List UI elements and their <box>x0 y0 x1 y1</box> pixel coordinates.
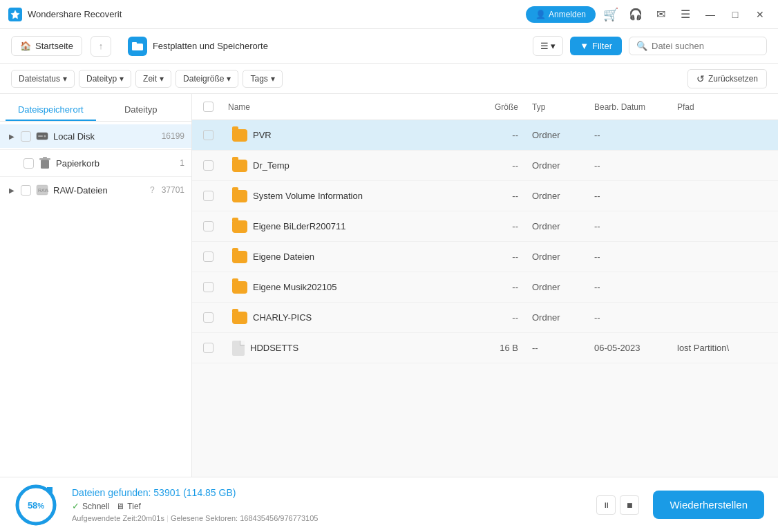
row-checkbox[interactable] <box>203 343 214 353</box>
table-row[interactable]: HDDSETTS 16 B -- 06-05-2023 lost Partiti… <box>192 333 778 363</box>
filterbar: Dateistatus ▾ Dateityp ▾ Zeit ▾ Dateigrö… <box>0 64 778 94</box>
search-box[interactable]: 🔍 <box>629 37 767 55</box>
file-size-cell: 16 B <box>470 343 532 353</box>
filelist-body: PVR -- Ordner -- Dr_Temp -- Ordner -- <box>192 120 778 477</box>
column-path: Pfad <box>677 102 767 112</box>
column-size: Größe <box>470 102 532 112</box>
minimize-button[interactable]: — <box>701 5 720 24</box>
table-row[interactable]: Eigene BiLderR200711 -- Ordner -- <box>192 211 778 242</box>
tab-dateispeicherort-label: Dateispeicherort <box>18 104 84 115</box>
help-icon[interactable]: ? <box>150 185 155 195</box>
row-checkbox[interactable] <box>203 160 214 171</box>
stop-button[interactable]: ⏹ <box>620 495 639 515</box>
sidebar-item-papierkorb[interactable]: Papierkorb 1 <box>0 151 191 175</box>
filter-zeit[interactable]: Zeit ▾ <box>135 70 171 88</box>
filter-dateistatus-label: Dateistatus <box>19 74 60 84</box>
sidebar: Dateispeicherort Dateityp ▶ Local Disk <box>0 94 192 477</box>
folder-icon <box>232 220 247 233</box>
close-button[interactable]: ✕ <box>750 5 770 24</box>
file-size-cell: -- <box>470 221 532 231</box>
hdd-icon <box>35 129 49 143</box>
scan-deep-option[interactable]: 🖥 Tief <box>116 502 141 511</box>
headset-icon[interactable]: 🎧 <box>626 5 645 24</box>
navbar: 🏠 Startseite ↑ Festplatten und Speichero… <box>0 29 778 64</box>
location-icon <box>128 37 147 56</box>
table-row[interactable]: System Volume Information -- Ordner -- <box>192 181 778 211</box>
checkbox-raw[interactable] <box>21 185 31 196</box>
file-size-cell: -- <box>470 191 532 201</box>
menu-lines-icon[interactable]: ☰ <box>676 5 695 24</box>
select-all-checkbox[interactable] <box>203 102 214 112</box>
file-name-text: Eigene Musik202105 <box>253 282 336 292</box>
checkbox-papierkorb[interactable] <box>23 158 34 169</box>
view-menu-button[interactable]: ☰ ▾ <box>533 36 563 56</box>
papierkorb-label: Papierkorb <box>56 158 175 169</box>
current-location: Festplatten und Speicherorte <box>120 32 276 60</box>
sidebar-item-raw[interactable]: ▶ RAW RAW-Dateien ? 37701 <box>0 178 191 202</box>
file-type-cell: Ordner <box>532 160 594 171</box>
sidebar-item-localdisk[interactable]: ▶ Local Disk 16199 <box>0 124 191 148</box>
files-found-prefix: Dateien gefunden: <box>72 487 153 498</box>
check-icon: ✓ <box>72 501 79 511</box>
table-row[interactable]: PVR -- Ordner -- <box>192 120 778 151</box>
row-checkbox[interactable] <box>203 191 214 201</box>
table-row[interactable]: Eigene Musik202105 -- Ordner -- <box>192 272 778 303</box>
scan-controls: ⏸ ⏹ <box>596 495 639 515</box>
signin-button[interactable]: 👤 Anmelden <box>526 6 596 23</box>
files-found-size: (114.85 GB) <box>183 487 236 498</box>
files-found-count: 53901 <box>153 487 180 498</box>
row-checkbox[interactable] <box>203 282 214 292</box>
search-input[interactable] <box>652 41 759 51</box>
table-row[interactable]: Dr_Temp -- Ordner -- <box>192 151 778 181</box>
folder-icon <box>232 129 247 142</box>
row-checkbox[interactable] <box>203 251 214 262</box>
row-checkbox[interactable] <box>203 312 214 323</box>
file-name-cell: System Volume Information <box>228 190 470 202</box>
file-name-text: CHARLY-PICS <box>253 312 312 323</box>
filter-dateityp[interactable]: Dateityp ▾ <box>79 70 131 88</box>
file-date-cell: -- <box>594 312 677 323</box>
reset-button[interactable]: ↺ Zurücksetzen <box>687 69 767 88</box>
pause-button[interactable]: ⏸ <box>596 495 616 515</box>
progress-unit: % <box>37 501 44 509</box>
scan-status: Aufgewendete Zeit:20m01s | Gelesene Sekt… <box>72 514 582 522</box>
mail-icon[interactable]: ✉ <box>651 5 670 24</box>
folder-icon <box>232 190 247 202</box>
maximize-button[interactable]: □ <box>725 5 745 24</box>
tab-dateityp-label: Dateityp <box>124 104 158 115</box>
row-checkbox[interactable] <box>203 130 214 140</box>
filter-dateigroesse[interactable]: Dateigröße ▾ <box>175 70 238 88</box>
tab-dateityp[interactable]: Dateityp <box>96 99 187 121</box>
home-icon: 🏠 <box>20 41 31 51</box>
home-button[interactable]: 🏠 Startseite <box>11 36 82 56</box>
scan-quick-option[interactable]: ✓ Schnell <box>72 501 109 511</box>
file-name-cell: CHARLY-PICS <box>228 312 470 324</box>
tab-dateispeicherort[interactable]: Dateispeicherort <box>6 99 96 121</box>
filter-tags[interactable]: Tags ▾ <box>243 70 282 88</box>
papierkorb-count: 1 <box>180 158 184 168</box>
chevron-down-icon3: ▾ <box>160 74 164 84</box>
chevron-down-icon2: ▾ <box>120 74 124 84</box>
table-row[interactable]: Eigene Dateien -- Ordner -- <box>192 242 778 272</box>
cart-icon[interactable]: 🛒 <box>601 5 620 24</box>
scan-deep-label: Tief <box>127 502 141 511</box>
scan-quick-label: Schnell <box>82 502 109 511</box>
svg-point-3 <box>44 135 46 137</box>
checkbox-localdisk[interactable] <box>21 131 31 142</box>
row-checkbox[interactable] <box>203 221 214 231</box>
sidebar-list: ▶ Local Disk 16199 <box>0 122 191 477</box>
filter-button[interactable]: ▼ Filter <box>570 37 622 55</box>
signin-label: Anmelden <box>549 10 586 19</box>
raw-count: 37701 <box>162 185 184 195</box>
header-check[interactable] <box>203 102 228 112</box>
file-date-cell: -- <box>594 160 677 171</box>
file-name-cell: Dr_Temp <box>228 160 470 172</box>
file-name-text: System Volume Information <box>253 191 363 201</box>
restore-button[interactable]: Wiederherstellen <box>653 491 764 519</box>
filter-dateistatus[interactable]: Dateistatus ▾ <box>11 70 75 88</box>
divider1 <box>0 149 191 150</box>
table-row[interactable]: CHARLY-PICS -- Ordner -- <box>192 303 778 333</box>
back-button[interactable]: ↑ <box>91 36 111 57</box>
filelist-header: Name Größe Typ Bearb. Datum Pfad <box>192 94 778 120</box>
raw-label: RAW-Dateien <box>53 185 146 196</box>
